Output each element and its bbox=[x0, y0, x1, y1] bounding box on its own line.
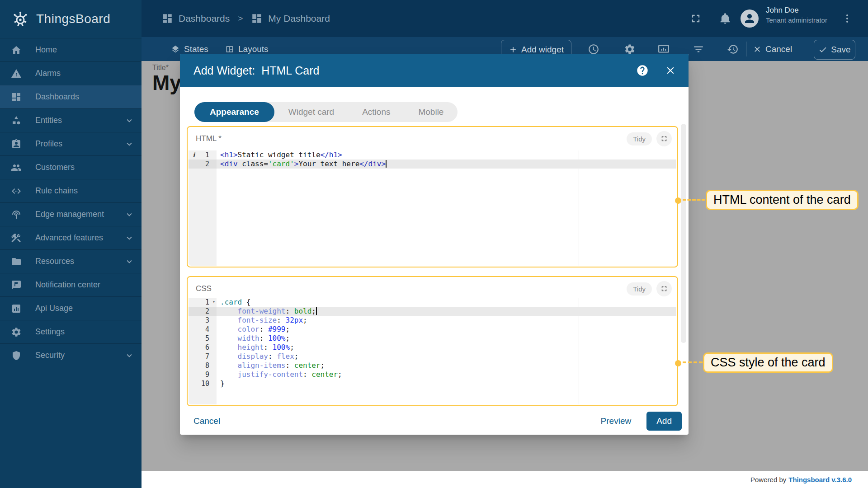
customers-icon bbox=[11, 162, 22, 173]
version-history-icon[interactable] bbox=[727, 43, 739, 55]
states-label: States bbox=[184, 44, 208, 54]
code-text: font-size: 32px; bbox=[217, 316, 676, 325]
css-tidy-button[interactable]: Tidy bbox=[627, 282, 652, 296]
code-text: width: 100%; bbox=[217, 334, 676, 343]
code-text: } bbox=[217, 379, 676, 388]
resources-icon bbox=[11, 256, 22, 267]
tab-widget-card[interactable]: Widget card bbox=[274, 102, 348, 122]
dashboard-icon bbox=[251, 13, 263, 24]
app-footer: Powered by Thingsboard v.3.6.0 bbox=[142, 471, 868, 488]
code-line: 10} bbox=[189, 379, 676, 388]
code-text: <div class='card'>Your text here</div> bbox=[217, 160, 676, 169]
breadcrumb-dashboards[interactable]: Dashboards bbox=[179, 13, 230, 24]
code-text: color: #999; bbox=[217, 325, 676, 334]
sidebar-item-label: Security bbox=[35, 351, 65, 360]
sidebar-item-advanced-features[interactable]: Advanced features bbox=[0, 226, 142, 249]
add-widget-dialog: Add Widget: HTML Card AppearanceWidget c… bbox=[180, 54, 689, 435]
sidebar-item-label: Settings bbox=[35, 327, 65, 337]
tab-appearance[interactable]: Appearance bbox=[194, 102, 274, 122]
sidebar-item-label: Api Usage bbox=[35, 304, 73, 313]
code-line: 1▾.card { bbox=[189, 298, 676, 307]
states-layers-icon bbox=[171, 45, 180, 54]
brand[interactable]: ThingsBoard bbox=[0, 0, 142, 38]
alarms-icon bbox=[11, 68, 22, 79]
text-cursor bbox=[386, 160, 387, 168]
sidebar-item-label: Advanced features bbox=[35, 233, 103, 243]
brand-name: ThingsBoard bbox=[36, 12, 110, 26]
html-fullscreen-button[interactable] bbox=[656, 131, 672, 146]
dialog-title: Add Widget: bbox=[193, 64, 255, 77]
sidebar-item-dashboards[interactable]: Dashboards bbox=[0, 85, 142, 108]
breadcrumb: Dashboards > My Dashboard bbox=[161, 0, 330, 37]
css-code-editor[interactable]: 1▾.card {2 font-weight: bold;3 font-size… bbox=[189, 298, 676, 404]
sidebar-item-api-usage[interactable]: Api Usage bbox=[0, 296, 142, 320]
line-number: 10 bbox=[189, 379, 217, 388]
sidebar-item-label: Edge management bbox=[35, 210, 104, 219]
sidebar-item-rule-chains[interactable]: Rule chains bbox=[0, 179, 142, 202]
code-line: 2<div class='card'>Your text here</div> bbox=[189, 160, 676, 169]
dashboard-title-field-value: My bbox=[152, 70, 181, 95]
sidebar-item-alarms[interactable]: Alarms bbox=[0, 61, 142, 85]
cancel-edit-button[interactable]: Cancel bbox=[753, 37, 792, 61]
sidebar-item-label: Resources bbox=[35, 257, 74, 266]
sidebar-item-edge-management[interactable]: Edge management bbox=[0, 202, 142, 226]
chevron-down-icon bbox=[124, 139, 134, 149]
sidebar-item-notification-center[interactable]: Notification center bbox=[0, 273, 142, 296]
add-button[interactable]: Add bbox=[646, 412, 682, 431]
expand-icon bbox=[660, 135, 668, 143]
line-number: 4 bbox=[189, 325, 217, 334]
save-dashboard-button[interactable]: Save bbox=[814, 40, 855, 60]
tab-actions[interactable]: Actions bbox=[348, 102, 404, 122]
chevron-down-icon bbox=[124, 116, 134, 126]
user-role: Tenant administrator bbox=[766, 16, 827, 24]
sidebar-item-label: Entities bbox=[35, 116, 62, 125]
help-icon[interactable] bbox=[636, 64, 649, 77]
dialog-cancel-button[interactable]: Cancel bbox=[193, 416, 220, 426]
profiles-icon bbox=[11, 139, 22, 150]
tab-mobile[interactable]: Mobile bbox=[404, 102, 458, 122]
preview-button[interactable]: Preview bbox=[601, 416, 632, 426]
css-fullscreen-button[interactable] bbox=[656, 281, 672, 296]
notification-icon bbox=[11, 280, 22, 291]
close-icon[interactable] bbox=[665, 65, 676, 76]
html-editor-header: HTML * Tidy bbox=[188, 127, 677, 150]
close-icon bbox=[753, 45, 762, 54]
sidebar-item-resources[interactable]: Resources bbox=[0, 249, 142, 273]
sidebar-menu: HomeAlarmsDashboardsEntitiesProfilesCust… bbox=[0, 38, 142, 367]
callout-html-content: HTML content of the card bbox=[706, 190, 859, 210]
css-editor-label: CSS bbox=[196, 284, 212, 293]
sidebar-item-entities[interactable]: Entities bbox=[0, 108, 142, 132]
code-text: .card { bbox=[217, 298, 676, 307]
callout-connector-dash bbox=[683, 361, 703, 363]
code-line: 4 color: #999; bbox=[189, 325, 676, 334]
callout-css-style: CSS style of the card bbox=[703, 352, 833, 373]
html-tidy-button[interactable]: Tidy bbox=[627, 132, 652, 145]
sidebar-item-home[interactable]: Home bbox=[0, 38, 142, 61]
sidebar-item-settings[interactable]: Settings bbox=[0, 320, 142, 343]
save-label: Save bbox=[831, 45, 850, 55]
filters-icon[interactable] bbox=[693, 43, 704, 55]
line-number: 7 bbox=[189, 352, 217, 361]
tab-bar: AppearanceWidget cardActionsMobile bbox=[194, 102, 458, 122]
sidebar-item-security[interactable]: Security bbox=[0, 343, 142, 367]
sidebar-item-label: Alarms bbox=[35, 69, 61, 78]
security-icon bbox=[11, 350, 22, 361]
code-text: <h1>Static widget title</h1> bbox=[217, 150, 676, 160]
dialog-scrollbar[interactable] bbox=[681, 124, 686, 343]
sidebar-item-profiles[interactable]: Profiles bbox=[0, 132, 142, 155]
line-number: 1▾ bbox=[189, 298, 217, 307]
kebab-menu-icon[interactable] bbox=[842, 13, 853, 24]
sidebar-item-customers[interactable]: Customers bbox=[0, 155, 142, 179]
thingsboard-version-link[interactable]: Thingsboard v.3.6.0 bbox=[788, 476, 852, 483]
notifications-bell-icon[interactable] bbox=[719, 12, 731, 25]
fold-caret-icon[interactable]: ▾ bbox=[212, 298, 215, 306]
sidebar-item-label: Dashboards bbox=[35, 92, 79, 102]
edge-icon bbox=[11, 209, 22, 220]
avatar[interactable] bbox=[741, 9, 759, 28]
code-line: 8 align-items: center; bbox=[189, 361, 676, 370]
dashboard-icon bbox=[161, 13, 173, 24]
html-code-editor[interactable]: i1<h1>Static widget title</h1>2<div clas… bbox=[189, 150, 676, 266]
fullscreen-icon[interactable] bbox=[689, 12, 702, 25]
line-number: 5 bbox=[189, 334, 217, 343]
rule-chains-icon bbox=[11, 186, 22, 197]
